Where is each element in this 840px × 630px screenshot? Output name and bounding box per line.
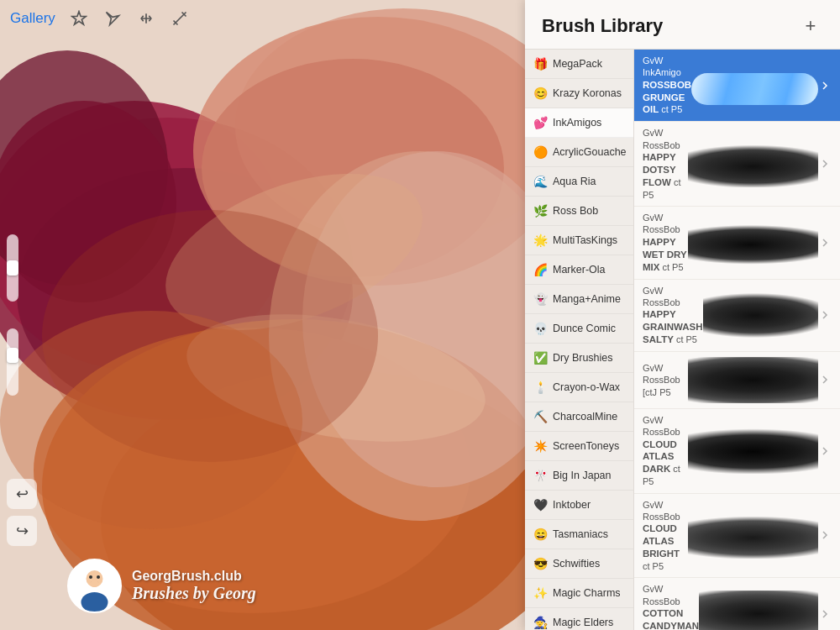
brush-item[interactable]: GvW RossBob [ctJ P5 — [634, 352, 840, 409]
category-name: Marker-Ola — [553, 264, 606, 276]
category-name: Aqua Ria — [553, 176, 596, 187]
category-name: InkAmigos — [553, 117, 601, 129]
add-brush-button[interactable]: + — [798, 13, 823, 39]
brush-item-label: GvW RossBob [ctJ P5 — [643, 362, 688, 398]
category-item[interactable]: ✴️ScreenToneys — [525, 432, 633, 461]
category-item[interactable]: 🌿Ross Bob — [525, 197, 633, 226]
brush-item-label: GvW RossBob CLOUD ATLAS DARK ct P5 — [643, 414, 688, 488]
brush-item-label: GvW RossBob HAPPY GRAINWASH SALTY ct P5 — [643, 285, 703, 346]
watermark-site: GeorgBrush.club — [132, 569, 256, 584]
watermark-sub: Brushes by Georg — [132, 584, 256, 603]
watermark: GeorgBrush.club Brushes by Georg — [67, 559, 256, 613]
category-name: Magic Elders — [553, 617, 613, 628]
gallery-button[interactable]: Gallery — [10, 10, 55, 27]
toolbar-left: Gallery — [10, 8, 190, 29]
brush-library-body: 🎁MegaPack😊Krazy Koronas💕InkAmigos🟠Acryli… — [525, 50, 840, 630]
svg-point-25 — [89, 575, 92, 579]
brush-stroke-preview — [688, 219, 818, 265]
brush-item-label: GvW RossBob CLOUD ATLAS BRIGHT ct P5 — [643, 499, 688, 573]
brush-item[interactable]: GvW RossBob COTTON CANDYMAN wet mix ct P… — [634, 578, 840, 630]
category-item[interactable]: 🎌Big In Japan — [525, 461, 633, 491]
brush-item[interactable]: GvW RossBob HAPPY DOTSY FLOW ct P5 — [634, 122, 840, 207]
brush-item[interactable]: GvW InkAmigo ROSSBOB GRUNGE OIL ct P5 — [634, 50, 840, 122]
category-item[interactable]: 👻Manga+Anime — [525, 285, 633, 314]
undo-button[interactable]: ↩ — [7, 479, 37, 509]
brush-stroke-preview — [688, 357, 818, 403]
category-name: Ross Bob — [553, 205, 598, 217]
category-item[interactable]: 🟠AcrylicGouache — [525, 138, 633, 167]
svg-point-27 — [90, 580, 100, 587]
category-name: Schwifties — [553, 558, 600, 570]
svg-point-24 — [81, 592, 108, 612]
brush-stroke-preview — [703, 292, 818, 339]
svg-point-26 — [97, 575, 100, 579]
brush-stroke-preview — [688, 141, 818, 187]
category-name: Dunce Comic — [553, 323, 616, 334]
brush-item[interactable]: GvW RossBob CLOUD ATLAS DARK ct P5 — [634, 409, 840, 494]
brush-item[interactable]: GvW RossBob HAPPY WET DRY MIX ct P5 — [634, 207, 840, 279]
category-name: Manga+Anime — [553, 293, 621, 305]
category-name: AcrylicGouache — [553, 146, 627, 158]
category-name: Crayon-o-Wax — [553, 381, 620, 393]
category-item[interactable]: 💕InkAmigos — [525, 108, 633, 138]
opacity-slider[interactable] — [7, 328, 18, 396]
category-name: Big In Japan — [553, 470, 612, 481]
brush-item-label: GvW RossBob COTTON CANDYMAN wet mix ct P… — [643, 583, 699, 630]
brush-item-arrow — [818, 308, 832, 322]
modify-tool[interactable] — [69, 8, 89, 29]
category-item[interactable]: 🎁MegaPack — [525, 50, 633, 79]
brush-item-arrow — [818, 607, 832, 621]
brush-item-arrow — [818, 373, 832, 386]
category-item[interactable]: 😎Schwifties — [525, 549, 633, 579]
category-name: ScreenToneys — [553, 440, 619, 452]
brush-size-slider[interactable] — [7, 234, 18, 302]
watermark-avatar — [67, 559, 122, 613]
category-item[interactable]: 😄Tasmaniacs — [525, 520, 633, 549]
brush-item-arrow — [818, 157, 832, 171]
draw-tool[interactable] — [170, 8, 190, 29]
category-name: Dry Brushies — [553, 352, 613, 364]
category-item[interactable]: 🧙Magic Elders — [525, 608, 633, 630]
category-name: Inktober — [553, 499, 591, 511]
category-item[interactable]: ✅Dry Brushies — [525, 344, 633, 373]
brush-stroke-preview — [691, 73, 818, 105]
brush-item-label: GvW RossBob HAPPY DOTSY FLOW ct P5 — [643, 127, 688, 201]
category-item[interactable]: ⛏️CharcoalMine — [525, 402, 633, 432]
category-item[interactable]: 🖤Inktober — [525, 491, 633, 520]
category-name: CharcoalMine — [553, 411, 617, 423]
brush-item-arrow — [818, 236, 832, 249]
transform-tool[interactable] — [136, 8, 156, 29]
category-name: MegaPack — [553, 58, 602, 70]
undo-redo-group: ↩ ↪ — [7, 479, 37, 546]
redo-button[interactable]: ↪ — [7, 516, 37, 546]
category-item[interactable]: 🌟MultiTasKings — [525, 226, 633, 255]
category-name: Magic Charms — [553, 587, 621, 599]
category-list: 🎁MegaPack😊Krazy Koronas💕InkAmigos🟠Acryli… — [525, 50, 634, 630]
watermark-text-block: GeorgBrush.club Brushes by Georg — [132, 569, 256, 603]
brush-stroke-preview — [688, 512, 818, 559]
brush-item-arrow — [818, 528, 832, 542]
category-item[interactable]: 🕯️Crayon-o-Wax — [525, 373, 633, 402]
svg-point-21 — [0, 311, 302, 529]
left-sidebar — [7, 234, 18, 396]
brush-item-label: GvW InkAmigo ROSSBOB GRUNGE OIL ct P5 — [643, 55, 691, 116]
brush-item[interactable]: GvW RossBob CLOUD ATLAS BRIGHT ct P5 — [634, 494, 840, 579]
brush-stroke-preview — [699, 591, 818, 630]
brush-library-title: Brush Library — [542, 15, 663, 37]
category-name: Krazy Koronas — [553, 87, 622, 99]
brush-item-arrow — [818, 79, 832, 92]
category-name: MultiTasKings — [553, 234, 617, 246]
brush-item-arrow — [818, 444, 832, 458]
category-item[interactable]: 🌊Aqua Ria — [525, 167, 633, 197]
brush-stroke-preview — [688, 428, 818, 474]
category-item[interactable]: 😊Krazy Koronas — [525, 79, 633, 108]
canvas-area: GeorgBrush.club Brushes by Georg — [0, 0, 525, 630]
brush-item-label: GvW RossBob HAPPY WET DRY MIX ct P5 — [643, 212, 688, 273]
brush-library-panel: Brush Library + 🎁MegaPack😊Krazy Koronas💕… — [525, 0, 840, 630]
category-item[interactable]: 🌈Marker-Ola — [525, 255, 633, 285]
selection-tool[interactable] — [102, 8, 123, 29]
brush-item[interactable]: GvW RossBob HAPPY GRAINWASH SALTY ct P5 — [634, 280, 840, 352]
category-item[interactable]: 💀Dunce Comic — [525, 314, 633, 344]
category-item[interactable]: ✨Magic Charms — [525, 579, 633, 608]
category-name: Tasmaniacs — [553, 528, 608, 540]
